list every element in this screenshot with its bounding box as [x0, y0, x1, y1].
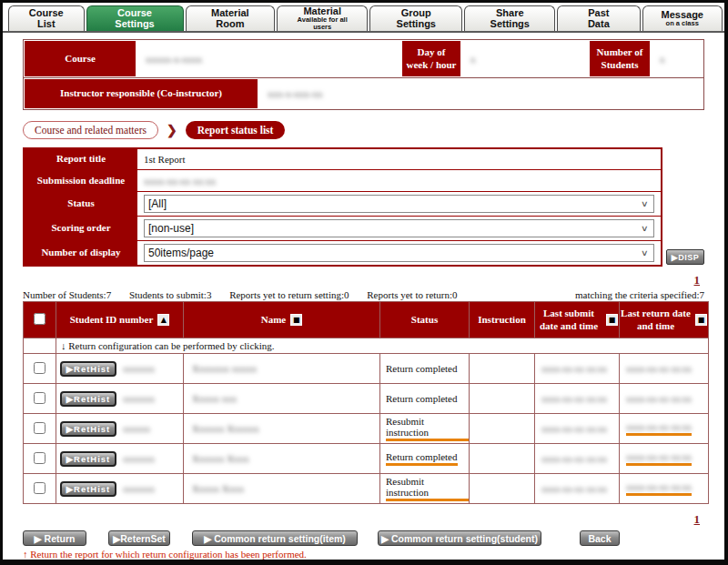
instruction-cell [470, 414, 535, 444]
tab-group-settings[interactable]: Group Settings [369, 5, 462, 31]
number-of-display-select[interactable]: 50items/page [144, 244, 654, 262]
student-id: xxxxxx [123, 424, 150, 434]
sort-icon-return[interactable]: ■ [695, 314, 707, 326]
number-of-display-row: Number of display 50items/page [25, 240, 661, 265]
report-title-label: Report title [25, 149, 137, 169]
instruction-cell [470, 474, 535, 504]
common-return-setting-item-button[interactable]: ▶ Common return setting(item) [192, 530, 358, 546]
rethist-button[interactable]: ▶RetHist [60, 361, 116, 377]
sort-icon-submit[interactable]: ■ [606, 314, 618, 326]
student-name-link[interactable]: Xxxxxxx xxxxx [192, 363, 257, 374]
disp-button[interactable]: ▶DISP [666, 249, 704, 265]
tab-message[interactable]: Message on a class [642, 5, 723, 31]
status-value-highlighted: Return completed [386, 451, 458, 466]
common-return-setting-student-button[interactable]: ▶ Common return setting(student) [378, 530, 541, 546]
chevron-right-icon: ❯ [167, 123, 177, 138]
instructor-value: xxx-x-xxx-xx [258, 78, 703, 109]
table-header-row: Student ID number▲ Name■ Status Instruct… [24, 302, 709, 338]
course-info-table: Course xxxxx-x-xxxx Day of week / hour x… [23, 39, 704, 110]
pagination-bottom: 1 [27, 510, 700, 527]
student-name-link[interactable]: Xxxxxx Xxxxxx [192, 423, 259, 434]
row-checkbox[interactable] [34, 392, 46, 404]
header-last-submit: Last submit date and time [536, 308, 602, 331]
status-value: Return completed [386, 393, 458, 404]
report-title-value: 1st Report [137, 149, 661, 169]
number-of-students-value: x [651, 40, 703, 77]
last-return-datetime: xxxx-xx-xx xx:xx [626, 394, 692, 404]
return-button[interactable]: ▶ Return [23, 530, 86, 546]
rethist-button[interactable]: ▶RetHist [60, 391, 116, 407]
return-set-button[interactable]: ▶ReternSet [108, 530, 170, 546]
scoring-select-wrap: [non-use] [144, 219, 654, 237]
student-name-link[interactable]: Xxxxx xxx [192, 393, 237, 404]
sort-asc-icon[interactable]: ▲ [157, 314, 169, 326]
instruction-cell [470, 444, 535, 474]
number-of-display-label: Number of display [25, 241, 137, 265]
row-checkbox[interactable] [34, 452, 46, 464]
last-return-datetime-highlighted: xxxx-xx-xx xx:xx [626, 422, 692, 432]
summary-yet-to-return: Reports yet to return:0 [367, 289, 457, 300]
rethist-button[interactable]: ▶RetHist [60, 421, 116, 437]
table-row: ▶RetHistxxxxxxx Xxxxxxx xxxxx Return com… [24, 354, 709, 384]
tab-material[interactable]: Material Available for all users [277, 5, 368, 31]
report-title-row: Report title 1st Report [25, 149, 661, 169]
last-return-datetime: xxxx-xx-xx xx:xx [626, 364, 692, 374]
course-label: Course [24, 40, 136, 77]
tab-share-settings[interactable]: Share Settings [464, 5, 555, 31]
instruction-cell [470, 384, 535, 414]
breadcrumb-course-related-matters[interactable]: Course and related matters [23, 121, 158, 139]
page-1-link-bottom[interactable]: 1 [694, 512, 701, 526]
report-status-page: Course List Course Settings Material Roo… [0, 0, 728, 565]
status-select[interactable]: [All] [144, 195, 654, 213]
table-row: ▶RetHistxxxxxx Xxxxxx Xxxxxx Resubmit in… [24, 414, 709, 444]
header-instruction: Instruction [478, 314, 526, 326]
page-1-link-top[interactable]: 1 [694, 273, 701, 287]
summary-matching-criteria: matching the criteria specified:7 [575, 289, 704, 300]
last-return-datetime-highlighted: xxxx-xx-xx xx:xx [626, 452, 692, 462]
display-select-wrap: 50items/page [144, 244, 654, 262]
last-submit-datetime: xxxx-xx-xx xx:xx [541, 484, 607, 494]
select-all-checkbox[interactable] [34, 313, 46, 325]
summary-yet-return-setting: Reports yet to return setting:0 [229, 289, 349, 300]
tab-course-settings[interactable]: Course Settings [86, 5, 184, 31]
student-name-link[interactable]: Xxxxx Xxxx [192, 483, 244, 494]
tab-course-list[interactable]: Course List [8, 5, 85, 31]
rethist-button[interactable]: ▶RetHist [60, 481, 116, 497]
rethist-button[interactable]: ▶RetHist [60, 451, 116, 467]
instruction-cell [470, 354, 535, 384]
tab-material-sublabel: Available for all users [288, 16, 357, 31]
student-name-link[interactable]: Xxxxxx Xxxx [192, 453, 249, 464]
row-checkbox[interactable] [34, 482, 46, 494]
row-checkbox[interactable] [34, 362, 46, 374]
tab-message-sublabel: on a class [666, 20, 699, 27]
last-return-datetime-highlighted: xxxx-xx-xx xx:xx [626, 482, 692, 492]
course-info-row-2: Instructor responsible (Co-instructor) x… [24, 77, 703, 109]
status-select-wrap: [All] [144, 195, 654, 213]
status-value-highlighted: Resubmit instruction [386, 476, 469, 501]
last-submit-datetime: xxxx-xx-xx xx:xx [541, 394, 607, 404]
submission-deadline-row: Submission deadline xxxx-xx-xx xx:xx [25, 169, 661, 191]
number-of-students-label: Number of Students [589, 40, 651, 77]
summary-students-to-submit: Students to submit:3 [129, 289, 211, 300]
submission-deadline-value: xxxx-xx-xx xx:xx [137, 170, 661, 191]
header-student-id: Student ID number [70, 314, 154, 326]
instructor-label: Instructor responsible (Co-instructor) [24, 78, 258, 109]
student-id: xxxxxxx [123, 394, 155, 404]
status-value: Return completed [386, 363, 458, 374]
submission-deadline-label: Submission deadline [25, 170, 137, 191]
table-row: ▶RetHistxxxxxxx Xxxxxx Xxxx Return compl… [24, 444, 709, 474]
student-id: xxxxxxx [123, 454, 155, 464]
sort-icon-name[interactable]: ■ [290, 314, 302, 326]
course-info-row-1: Course xxxxx-x-xxxx Day of week / hour x… [24, 40, 703, 77]
day-of-week-label: Day of week / hour [401, 40, 461, 77]
back-button[interactable]: Back [580, 530, 620, 546]
tab-material-room[interactable]: Material Room [186, 5, 276, 31]
last-submit-datetime: xxxx-xx-xx xx:xx [541, 454, 607, 464]
row-checkbox[interactable] [34, 422, 46, 434]
note-empty-cell [24, 338, 56, 354]
scoring-order-select[interactable]: [non-use] [144, 219, 654, 237]
tab-past-data[interactable]: Past Data [557, 5, 640, 31]
status-filter-label: Status [25, 192, 137, 216]
filter-table: Report title 1st Report Submission deadl… [23, 147, 662, 267]
day-of-week-value: x [461, 40, 589, 77]
